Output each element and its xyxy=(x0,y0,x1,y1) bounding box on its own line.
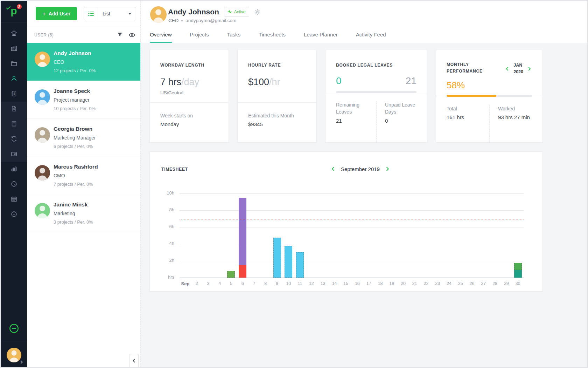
chart-ytick-label: 6h xyxy=(158,224,174,229)
user-avatar xyxy=(35,127,50,143)
status-text: Active xyxy=(234,9,246,14)
sidebar-item-estimates[interactable]: $ xyxy=(1,102,27,117)
projects-icon xyxy=(10,60,18,69)
sidebar-item-reports[interactable] xyxy=(1,162,27,177)
user-avatar xyxy=(35,203,50,218)
user-avatar xyxy=(35,89,50,105)
sidebar-item-invoices[interactable]: $ xyxy=(1,87,27,102)
list-view-icon xyxy=(84,7,98,20)
perf-year: 2020 xyxy=(513,69,523,74)
notification-badge: 2 xyxy=(16,4,22,10)
reports-icon xyxy=(10,165,18,174)
user-list-item[interactable]: Georgia Brown Marketing Manager 6 projec… xyxy=(27,118,140,156)
rate-unit: /hr xyxy=(269,77,280,87)
sidebar-item-accounting[interactable] xyxy=(1,117,27,132)
footer-value: 161 hrs xyxy=(447,114,483,120)
gear-icon[interactable] xyxy=(254,9,261,15)
funnel-icon[interactable] xyxy=(117,32,123,38)
hourly-rate-card: HOURLY RATE $100/hr Estimated this Month… xyxy=(237,50,317,143)
tab-overview[interactable]: Overview xyxy=(150,32,172,43)
sidebar-bottom xyxy=(1,318,27,367)
sidebar: p 2 $$ xyxy=(1,1,27,367)
chart-ytick-label: 4h xyxy=(158,241,174,246)
timer-button[interactable] xyxy=(1,318,27,342)
rate-value: $100 xyxy=(248,77,269,87)
user-role: CMO xyxy=(54,173,65,178)
monthly-performance-card: MONTHLY PERFORMANCE JAN2020 xyxy=(436,50,543,143)
timesheet-month-nav: September 2019 xyxy=(330,166,390,172)
user-name: Joanne Speck xyxy=(54,88,90,94)
timesheet-chart xyxy=(180,193,524,278)
sidebar-item-clients[interactable] xyxy=(1,41,27,56)
team-icon xyxy=(10,75,18,84)
user-role: CEO xyxy=(54,59,64,65)
user-projects-meta: 12 projects / Per. 0% xyxy=(54,68,96,73)
user-list-item[interactable]: Joanne Speck Project manager 10 projects… xyxy=(27,81,140,118)
user-name: Marcus Rashford xyxy=(54,164,98,170)
profile-tabs: OverviewProjectsTasksTimesheetsLeave Pla… xyxy=(150,32,386,43)
card-title: MONTHLY PERFORMANCE xyxy=(447,61,496,75)
profile-role: CEO xyxy=(168,18,178,23)
timesheet-month-label: September 2019 xyxy=(341,166,380,172)
sidebar-item-add-new[interactable] xyxy=(1,207,27,222)
user-name: Janine Minsk xyxy=(54,202,88,208)
collapse-panel-button[interactable] xyxy=(129,354,139,367)
tab-activity-feed[interactable]: Activity Feed xyxy=(356,32,386,43)
logo-check-icon xyxy=(6,5,10,11)
tab-projects[interactable]: Projects xyxy=(190,32,209,43)
chart-ytick-label: 10h xyxy=(158,190,174,196)
sidebar-item-recurring-invoices[interactable] xyxy=(1,132,27,147)
chevron-right-icon[interactable] xyxy=(385,166,390,172)
sidebar-item-time-tracking[interactable] xyxy=(1,177,27,192)
paymo-logo[interactable]: p 2 xyxy=(1,1,27,22)
sidebar-expand-button[interactable] xyxy=(19,358,25,367)
footer-label: Total xyxy=(447,105,483,112)
user-list-panel: + Add User List USER (5) xyxy=(27,1,141,367)
sidebar-item-projects[interactable] xyxy=(1,56,27,71)
tab-tasks[interactable]: Tasks xyxy=(227,32,240,43)
sidebar-item-scheduling[interactable] xyxy=(1,192,27,207)
leaves-used: 0 xyxy=(336,75,342,87)
chevron-left-icon[interactable] xyxy=(330,166,336,172)
add-user-button[interactable]: + Add User xyxy=(36,7,77,20)
chevron-right-icon[interactable] xyxy=(527,66,532,72)
recurring-invoices-icon xyxy=(10,135,18,144)
perf-month: JAN xyxy=(513,63,522,68)
user-avatar xyxy=(35,52,50,67)
leaves-total: 21 xyxy=(406,75,416,87)
user-list-item[interactable]: Andy Johnson CEO 12 projects / Per. 0% xyxy=(27,43,140,81)
card-title: HOURLY RATE xyxy=(248,63,306,68)
chart-gridline xyxy=(180,193,524,194)
chevron-left-icon xyxy=(132,358,136,364)
user-role: Marketing Manager xyxy=(54,135,96,141)
eye-icon[interactable] xyxy=(128,32,135,39)
chart-gridline xyxy=(180,261,524,261)
chart-ytick-label: 8h xyxy=(158,207,174,212)
user-list-toolbar: + Add User List xyxy=(27,1,140,27)
timesheet-title: TIMESHEET xyxy=(161,167,188,172)
user-list-header: USER (5) xyxy=(27,27,140,43)
timesheet-bar-segment xyxy=(273,238,281,278)
chevron-left-icon[interactable] xyxy=(505,66,510,72)
view-mode-dropdown[interactable]: List xyxy=(84,7,136,20)
card-title: BOOKED LEGAL LEAVES xyxy=(336,63,416,68)
tab-leave-planner[interactable]: Leave Planner xyxy=(304,32,338,43)
status-badge: Active xyxy=(224,7,249,17)
sidebar-nav: $$ xyxy=(1,26,27,222)
timesheet-bar-segment xyxy=(239,198,246,265)
performance-percent: 58% xyxy=(447,80,532,91)
tab-timesheets[interactable]: Timesheets xyxy=(259,32,286,43)
invoices-icon: $ xyxy=(10,90,18,99)
booked-leaves-card: BOOKED LEGAL LEAVES 0 21 Remaining Leave… xyxy=(325,50,427,143)
chart-gridline xyxy=(180,210,524,211)
user-count-label: USER (5) xyxy=(34,33,54,38)
user-list-item[interactable]: Marcus Rashford CMO 7 projects / Per. 0% xyxy=(27,156,140,194)
user-projects-meta: 3 projects / Per. 0% xyxy=(54,219,93,225)
chart-gridline xyxy=(180,227,524,227)
user-list-item[interactable]: Janine Minsk Marketing 3 projects / Per.… xyxy=(27,194,140,232)
sidebar-item-home[interactable] xyxy=(1,26,27,41)
sidebar-item-expenses[interactable] xyxy=(1,147,27,162)
sidebar-item-team[interactable] xyxy=(1,71,27,87)
add-new-icon xyxy=(10,210,18,219)
sidebar-group: $ xyxy=(1,102,27,162)
